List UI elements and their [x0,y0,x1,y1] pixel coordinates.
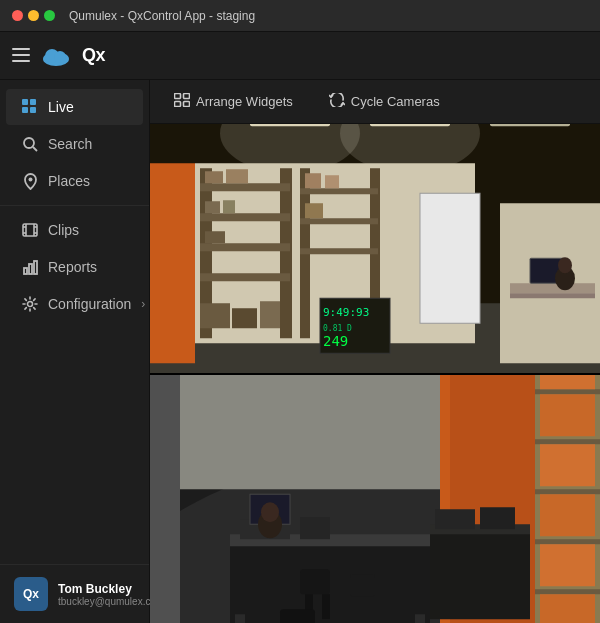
content-toolbar: Arrange Widgets Cycle Cameras [150,80,600,124]
svg-rect-70 [200,303,230,328]
sidebar-nav: Live Search [0,80,149,564]
sidebar-item-clips-label: Clips [48,222,79,238]
sidebar-item-live[interactable]: Live [6,89,143,125]
svg-rect-45 [205,171,223,183]
cycle-cameras-button[interactable]: Cycle Cameras [321,89,448,114]
chevron-right-icon: › [141,297,145,311]
svg-rect-52 [300,188,378,194]
svg-rect-91 [540,494,595,536]
sidebar: Live Search [0,80,150,623]
content-area: Arrange Widgets Cycle Cameras [150,80,600,623]
svg-line-11 [33,147,37,151]
sidebar-user: Qx Tom Buckley tbuckley@qumulex.com [0,564,149,623]
svg-rect-9 [30,107,36,113]
svg-rect-90 [540,444,595,486]
svg-rect-59 [510,283,595,293]
svg-rect-92 [540,544,595,586]
user-info: Tom Buckley tbuckley@qumulex.com [58,582,164,607]
svg-rect-104 [322,594,330,619]
svg-point-64 [558,257,572,273]
hamburger-icon[interactable] [12,47,30,65]
svg-rect-84 [535,439,600,444]
gear-icon [22,296,38,312]
svg-rect-87 [535,589,600,594]
window-controls[interactable] [12,10,55,21]
svg-rect-49 [205,231,225,243]
sidebar-item-reports-label: Reports [48,259,97,275]
pin-icon [22,173,38,189]
svg-rect-48 [223,200,235,213]
user-email: tbuckley@qumulex.com [58,596,164,607]
svg-rect-13 [23,224,37,236]
svg-rect-72 [260,301,280,328]
svg-rect-2 [12,60,30,62]
svg-point-12 [28,177,32,181]
camera-feed-1: 9:49:93 0.81 D 249 [150,124,600,373]
svg-rect-102 [300,569,330,594]
svg-point-5 [54,51,66,63]
arrange-icon [174,93,190,110]
svg-text:0.81 D: 0.81 D [323,324,352,333]
main-area: Live Search [0,80,600,623]
svg-rect-7 [30,99,36,105]
svg-rect-71 [232,308,257,328]
svg-rect-88 [540,375,595,389]
svg-rect-24 [175,94,181,99]
top-nav: Qx [0,32,600,80]
svg-rect-47 [205,201,220,213]
camera-2-visual [150,375,600,624]
svg-rect-96 [235,614,245,623]
maximize-button[interactable] [44,10,55,21]
svg-rect-6 [22,99,28,105]
cycle-cameras-label: Cycle Cameras [351,94,440,109]
sidebar-item-live-label: Live [48,99,74,115]
svg-rect-26 [175,102,181,107]
svg-rect-42 [200,213,290,221]
svg-rect-53 [300,218,378,224]
close-button[interactable] [12,10,23,21]
app-logo: Qx [82,45,105,66]
svg-text:9:49:93: 9:49:93 [323,306,369,319]
svg-rect-8 [22,107,28,113]
svg-rect-78 [150,375,180,624]
svg-point-108 [261,502,279,522]
svg-rect-54 [300,248,378,254]
svg-rect-41 [200,183,290,191]
sidebar-item-configuration-label: Configuration [48,296,131,312]
camera-grid: 9:49:93 0.81 D 249 [150,124,600,623]
arrange-widgets-label: Arrange Widgets [196,94,293,109]
title-bar: Qumulex - QxControl App - staging [0,0,600,32]
film-icon [22,222,38,238]
app-container: Qx Live [0,32,600,623]
svg-rect-80 [180,375,440,489]
cycle-icon [329,93,345,110]
chart-icon [22,259,38,275]
svg-rect-105 [350,574,375,596]
nav-divider [0,205,149,206]
minimize-button[interactable] [28,10,39,21]
cloud-icon [42,45,70,67]
svg-rect-20 [24,268,27,274]
svg-rect-86 [535,539,600,544]
svg-rect-56 [325,175,339,188]
svg-rect-89 [540,394,595,436]
svg-rect-60 [510,293,595,298]
svg-rect-83 [535,389,600,394]
window-title: Qumulex - QxControl App - staging [69,9,255,23]
arrange-widgets-button[interactable]: Arrange Widgets [166,89,301,114]
camera-1-visual: 9:49:93 0.81 D 249 [150,124,600,373]
svg-rect-112 [480,507,515,529]
svg-rect-22 [34,261,37,274]
sidebar-item-places[interactable]: Places [6,163,143,199]
grid-icon [22,99,38,115]
sidebar-item-configuration[interactable]: Configuration › [6,286,143,322]
svg-rect-97 [415,614,425,623]
svg-rect-93 [540,594,595,623]
sidebar-item-clips[interactable]: Clips [6,212,143,248]
svg-rect-46 [226,169,248,183]
svg-rect-43 [200,243,290,251]
svg-rect-99 [300,517,330,539]
sidebar-item-reports[interactable]: Reports [6,249,143,285]
camera-feed-2 [150,375,600,624]
sidebar-item-search[interactable]: Search [6,126,143,162]
